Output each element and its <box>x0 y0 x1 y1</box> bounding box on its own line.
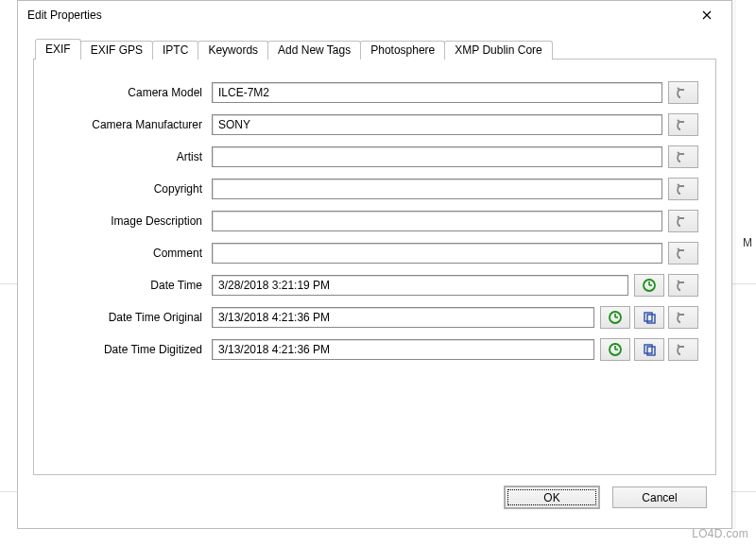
label-date-time-original: Date Time Original <box>51 311 212 324</box>
undo-icon <box>676 213 691 229</box>
row-artist: Artist <box>51 141 698 173</box>
now-date-time-digitized-button[interactable] <box>600 338 630 361</box>
undo-icon <box>676 278 691 293</box>
cancel-button[interactable]: Cancel <box>612 486 707 508</box>
revert-image-description-button[interactable] <box>668 210 698 232</box>
tab-panel-exif: Camera Model Camera Manufacturer <box>33 59 716 475</box>
edit-properties-dialog: Edit Properties EXIF EXIF GPS IPTC Keywo… <box>17 0 732 529</box>
camera-model-input[interactable] <box>212 82 662 103</box>
copy-date-time-digitized-button[interactable] <box>634 338 664 361</box>
label-camera-model: Camera Model <box>51 86 212 99</box>
tab-add-new-tags[interactable]: Add New Tags <box>267 41 361 60</box>
tab-keywords[interactable]: Keywords <box>198 41 268 60</box>
date-time-digitized-input[interactable] <box>212 339 594 360</box>
clock-icon <box>642 278 657 293</box>
revert-date-time-original-button[interactable] <box>668 306 698 329</box>
undo-icon <box>676 85 691 100</box>
tabstrip: EXIF EXIF GPS IPTC Keywords Add New Tags… <box>35 39 716 60</box>
date-time-input[interactable] <box>212 275 628 296</box>
background-char: M <box>743 236 752 249</box>
copy-icon <box>642 342 657 357</box>
row-date-time: Date Time <box>51 269 698 301</box>
titlebar: Edit Properties <box>18 1 731 29</box>
clock-icon <box>608 310 623 325</box>
artist-input[interactable] <box>212 146 662 167</box>
copy-date-time-original-button[interactable] <box>634 306 664 329</box>
dialog-footer: OK Cancel <box>33 475 716 520</box>
close-button[interactable] <box>688 5 726 26</box>
comment-input[interactable] <box>212 243 662 264</box>
close-icon <box>702 10 712 20</box>
row-image-description: Image Description <box>51 205 698 237</box>
revert-camera-manufacturer-button[interactable] <box>668 113 698 136</box>
revert-artist-button[interactable] <box>668 145 698 168</box>
undo-icon <box>676 246 691 261</box>
date-time-original-input[interactable] <box>212 307 594 328</box>
tab-iptc[interactable]: IPTC <box>152 41 198 60</box>
label-image-description: Image Description <box>51 214 212 228</box>
clock-icon <box>608 342 623 357</box>
now-date-time-original-button[interactable] <box>600 306 630 329</box>
ok-button[interactable]: OK <box>505 486 599 508</box>
undo-icon <box>676 117 691 132</box>
watermark-text: LO4D.com <box>692 527 748 540</box>
copyright-input[interactable] <box>212 179 662 199</box>
row-date-time-digitized: Date Time Digitized <box>51 333 698 366</box>
undo-icon <box>676 342 691 357</box>
tab-xmp-dublin-core[interactable]: XMP Dublin Core <box>444 41 552 60</box>
row-comment: Comment <box>51 237 698 269</box>
dialog-title: Edit Properties <box>27 9 688 22</box>
tab-exif-gps[interactable]: EXIF GPS <box>80 41 153 60</box>
revert-camera-model-button[interactable] <box>668 81 698 104</box>
label-artist: Artist <box>51 150 212 163</box>
tab-exif[interactable]: EXIF <box>35 39 81 60</box>
label-date-time: Date Time <box>51 279 212 292</box>
label-copyright: Copyright <box>51 182 212 196</box>
row-camera-manufacturer: Camera Manufacturer <box>51 109 698 141</box>
label-comment: Comment <box>51 247 212 260</box>
row-copyright: Copyright <box>51 173 698 205</box>
row-date-time-original: Date Time Original <box>51 301 698 333</box>
label-date-time-digitized: Date Time Digitized <box>51 343 212 356</box>
camera-manufacturer-input[interactable] <box>212 114 662 135</box>
undo-icon <box>676 310 691 325</box>
row-camera-model: Camera Model <box>51 77 698 109</box>
tab-photosphere[interactable]: Photosphere <box>360 41 445 60</box>
revert-comment-button[interactable] <box>668 242 698 264</box>
copy-icon <box>642 310 657 325</box>
now-date-time-button[interactable] <box>634 274 664 297</box>
revert-date-time-button[interactable] <box>668 274 698 297</box>
undo-icon <box>676 149 691 164</box>
revert-date-time-digitized-button[interactable] <box>668 338 698 361</box>
label-camera-manufacturer: Camera Manufacturer <box>51 118 212 131</box>
revert-copyright-button[interactable] <box>668 178 698 200</box>
undo-icon <box>676 181 691 196</box>
image-description-input[interactable] <box>212 211 662 231</box>
